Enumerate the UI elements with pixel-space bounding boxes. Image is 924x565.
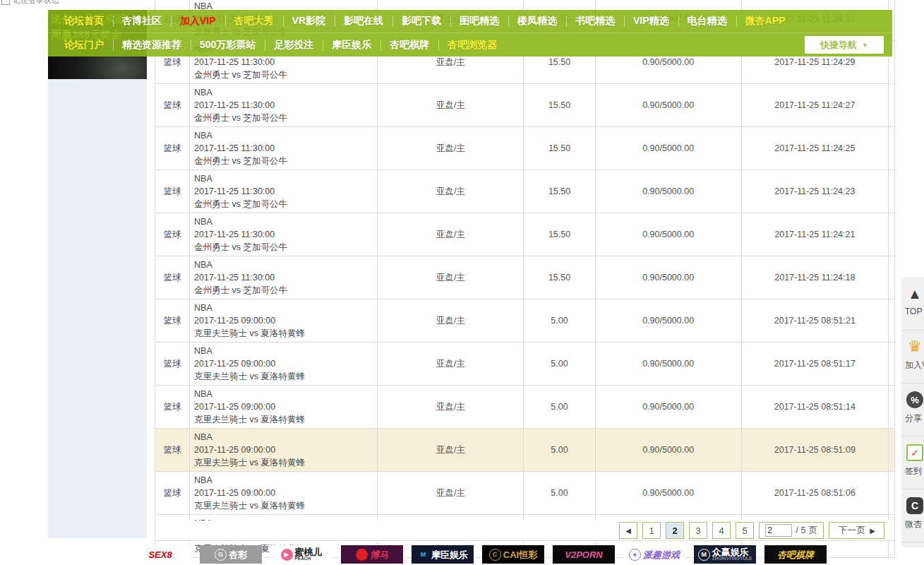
- sport-cell: 篮球: [155, 386, 190, 429]
- table-row[interactable]: 篮球 NBA 2017-11-25 09:00:00 克里夫兰骑士 vs 夏洛特…: [155, 429, 895, 472]
- partner-logo-icon: ♠: [629, 549, 641, 561]
- nav-menu-item[interactable]: 电台精选: [678, 15, 736, 28]
- table-row[interactable]: 篮球 NBA 2017-11-25 09:00:00 克里夫兰骑士 vs 夏洛特…: [155, 386, 895, 429]
- table-row[interactable]: 篮球 NBA 2017-11-25 09:00:00 克里夫兰骑士 vs 夏洛特…: [155, 472, 895, 515]
- page-number-button[interactable]: 4: [712, 522, 731, 539]
- league-label: NBA: [194, 302, 373, 314]
- sport-cell: 篮球: [155, 299, 190, 343]
- table-row[interactable]: 篮球 NBA 2017-11-25 11:30:00 金州勇士 vs 芝加哥公牛…: [155, 213, 895, 256]
- partner-logo[interactable]: C CAI恒彩: [482, 545, 544, 564]
- spacer-cell: [888, 343, 894, 386]
- quick-nav-button[interactable]: 快捷导航 ▼: [805, 36, 884, 54]
- partner-logo[interactable]: M 摩臣娱乐: [412, 545, 474, 564]
- game-cell: NBA 2017-11-25 11:30:00 金州勇士 vs 芝加哥公牛: [190, 170, 378, 213]
- odds-cell: 15.50: [524, 213, 595, 256]
- bet-time-cell: 2017-11-25 08:51:17: [741, 343, 888, 386]
- nav-menu-item[interactable]: 论坛首页: [55, 15, 113, 28]
- nav-menu-item[interactable]: VIP精选: [624, 15, 678, 28]
- league-label: NBA: [194, 258, 373, 271]
- partner-logo[interactable]: 杏吧棋牌: [764, 545, 827, 564]
- table-row[interactable]: 篮球 NBA 2017-11-25 11:30:00 金州勇士 vs 芝加哥公牛…: [155, 127, 895, 170]
- match-start-time: 2017-11-25 09:00:00: [194, 444, 373, 456]
- market-cell: 亚盘/主: [378, 472, 524, 515]
- market-cell: 亚盘/主: [378, 343, 524, 386]
- partner-logo-text: CAI恒彩: [503, 550, 537, 559]
- toolbar-item[interactable]: C 微杏: [901, 489, 924, 542]
- checkbox[interactable]: [1, 0, 10, 5]
- prev-page-button[interactable]: ◀: [619, 522, 637, 539]
- nav-menu-item[interactable]: 杏博社区: [113, 15, 171, 28]
- nav-menu-item[interactable]: 杏吧浏览器: [438, 39, 506, 52]
- toolbar-item[interactable]: ♛ 加入VIP: [901, 331, 924, 383]
- toolbar-item-icon: ▲: [906, 285, 923, 302]
- nav-menu-item[interactable]: VR影院: [283, 15, 335, 28]
- bet-time-cell: 2017-11-25 11:24:23: [741, 170, 888, 213]
- table-row[interactable]: 篮球 NBA 2017-11-25 11:30:00 金州勇士 vs 芝加哥公牛…: [155, 84, 895, 127]
- stake-limit-cell: 0.90/5000.00: [595, 84, 741, 127]
- partner-logo[interactable]: ● 博马: [341, 545, 403, 564]
- market-cell: 亚盘/主: [378, 127, 524, 170]
- table-row[interactable]: 篮球 NBA 2017-11-25 11:30:00 金州勇士 vs 芝加哥公牛…: [155, 170, 895, 213]
- odds-cell: 5.00: [524, 429, 595, 472]
- partner-logo-text: 派趣游戏: [643, 550, 680, 559]
- nav-menu-item[interactable]: 微杏APP: [736, 15, 795, 28]
- toolbar-item-label: 签到: [905, 465, 924, 477]
- partner-logo[interactable]: G 杏彩: [200, 545, 262, 564]
- stake-limit-cell: 0.90/5000.00: [595, 472, 741, 515]
- bet-time-cell: 2017-11-25 11:24:18: [741, 256, 888, 299]
- nav-menu-item[interactable]: 图吧精选: [450, 15, 508, 28]
- nav-menu-item[interactable]: 500万彩票站: [191, 39, 265, 52]
- nav-menu-item[interactable]: 杏吧棋牌: [380, 39, 438, 52]
- page-jump-control: / 5 页: [759, 522, 824, 539]
- next-page-button[interactable]: 下一页 ▶: [829, 522, 884, 539]
- match-start-time: 2017-11-25 09:00:00: [194, 487, 373, 499]
- toolbar-item[interactable]: % 分享: [901, 383, 924, 436]
- page-number-button[interactable]: 5: [736, 522, 754, 539]
- partner-logo[interactable]: ♠ 派趣游戏: [623, 545, 685, 564]
- table-row[interactable]: 篮球 NBA 2017-11-25 09:00:00 克里夫兰骑士 vs 夏洛特…: [155, 299, 895, 343]
- nav-menu-item[interactable]: 足彩投注: [265, 39, 323, 52]
- bet-time-cell: 2017-11-25 08:51:14: [741, 386, 888, 429]
- prev-arrow-icon: ◀: [625, 527, 631, 535]
- nav-menu-item[interactable]: 摩臣娱乐: [323, 39, 380, 52]
- spacer-cell: [888, 256, 894, 299]
- bet-time-cell: 2017-11-25 08:51:06: [741, 472, 888, 515]
- page-jump-input[interactable]: [765, 524, 792, 537]
- nav-menu-item[interactable]: 精选资源推荐: [113, 39, 191, 52]
- partner-logo[interactable]: V2PORN: [553, 545, 615, 564]
- table-row[interactable]: 篮球 NBA 2017-11-25 11:30:00 金州勇士 vs 芝加哥公牛…: [155, 256, 895, 299]
- nav-menu-item[interactable]: 加入VIP: [171, 15, 225, 28]
- partner-logo[interactable]: ▶ 蜜桃儿 PEACH: [270, 545, 332, 564]
- nav-row-2: 论坛门户 精选资源推荐 500万彩票站 足彩投注 摩臣娱乐 杏吧棋牌 杏吧浏览器…: [48, 33, 892, 56]
- toolbar-item[interactable]: ✓ 签到: [901, 436, 924, 489]
- match-teams: 克里夫兰骑士 vs 夏洛特黄蜂: [194, 456, 373, 469]
- spacer-cell: [888, 127, 894, 170]
- partner-logo-icon: ▶: [281, 549, 293, 561]
- stake-limit-cell: 0.90/5000.00: [595, 127, 741, 170]
- partner-logo[interactable]: M 众赢娱乐 ZHONGYINGYULE: [694, 545, 756, 564]
- partner-logo[interactable]: SEX8: [129, 545, 191, 564]
- floating-side-toolbar: ▲ TOP ♛ 加入VIP % 分享 ✓ 签到 C 微杏: [901, 278, 924, 547]
- toolbar-item[interactable]: ▲ TOP: [901, 278, 924, 331]
- bet-records-table: 篮球 NBA 2017-11-25 11:30:00 金州勇士 vs 芝加哥公牛…: [155, 0, 895, 558]
- match-teams: 金州勇士 vs 芝加哥公牛: [194, 155, 373, 167]
- nav-menu-item[interactable]: 影吧在线: [335, 15, 392, 28]
- nav-menu-item[interactable]: 书吧精选: [566, 15, 624, 28]
- nav-menu-item[interactable]: 楼凤精选: [508, 15, 566, 28]
- nav-menu-item[interactable]: 论坛门户: [55, 39, 113, 52]
- nav-menu-item[interactable]: 杏吧大秀: [225, 15, 283, 28]
- table-row[interactable]: 篮球 NBA 2017-11-25 09:00:00 克里夫兰骑士 vs 夏洛特…: [155, 343, 895, 386]
- match-start-time: 2017-11-25 09:00:00: [194, 314, 373, 327]
- left-sidebar-panel: [48, 79, 147, 538]
- match-teams: 克里夫兰骑士 vs 夏洛特黄蜂: [194, 327, 373, 340]
- spacer-cell: [888, 472, 894, 515]
- page-number-button[interactable]: 3: [689, 522, 707, 539]
- match-teams: 克里夫兰骑士 vs 夏洛特黄蜂: [194, 499, 373, 512]
- sport-cell: 篮球: [155, 170, 190, 213]
- page-number-button[interactable]: 2: [666, 522, 684, 539]
- match-start-time: 2017-11-25 11:30:00: [194, 271, 373, 284]
- nav-menu-item[interactable]: 影吧下载: [392, 15, 450, 28]
- spacer-cell: [888, 386, 894, 429]
- page-number-button[interactable]: 1: [642, 522, 661, 539]
- match-start-time: 2017-11-25 11:30:00: [194, 142, 373, 155]
